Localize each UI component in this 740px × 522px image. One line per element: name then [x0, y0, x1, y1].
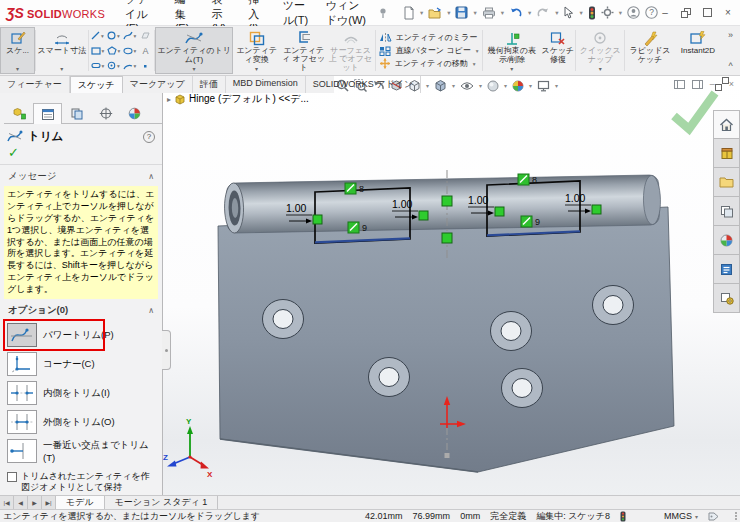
panel-splitter-handle[interactable] — [162, 330, 171, 370]
option-trim-away-outside[interactable]: 外側をトリム(O) — [7, 410, 155, 435]
tab-markup[interactable]: マークアップ — [123, 76, 193, 93]
trim-entities-button[interactable]: エンティティのトリム(T)▾ — [155, 27, 232, 74]
convert-entities-button[interactable]: エンティティ変換▾ — [233, 27, 281, 74]
help-icon[interactable]: ? — [644, 5, 659, 20]
sketch-relation-badge[interactable]: 8 — [345, 183, 364, 194]
option-corner[interactable]: コーナー(C) — [7, 352, 155, 377]
perimeter-circle-tool[interactable]: ▾ — [105, 58, 121, 73]
ribbon-collapse-chevron[interactable]: ^ — [728, 61, 732, 71]
sketch-relation-badge[interactable]: 9 — [348, 222, 367, 233]
unit-system-selector[interactable]: MMGS ▾ — [664, 511, 698, 521]
tab-scroll-last-button[interactable]: ▶| — [42, 496, 56, 509]
ok-check-button[interactable]: ✓ — [8, 145, 19, 160]
redo-icon[interactable] — [535, 6, 551, 20]
sketch-handle[interactable] — [419, 211, 428, 220]
polygon-tool[interactable]: ▾ — [105, 43, 121, 58]
custom-properties-tab[interactable] — [713, 255, 740, 284]
tab-features[interactable]: フィーチャー — [0, 76, 70, 93]
corner-rectangle-tool[interactable]: ▾ — [89, 43, 105, 58]
model-tab[interactable]: モデル — [56, 496, 105, 509]
trim-to-closest-icon[interactable] — [7, 439, 37, 463]
solidworks-forum-tab[interactable] — [713, 284, 740, 313]
appearances-scenes-tab[interactable] — [713, 226, 740, 255]
counterbore-hole[interactable] — [502, 369, 543, 408]
tab-scroll-next-button[interactable]: ▶ — [28, 496, 42, 509]
save-icon[interactable] — [454, 5, 469, 20]
offset-entities-button[interactable]: エンティティ オフセット — [281, 27, 327, 74]
option-power-trim[interactable]: パワートリム(P) — [7, 323, 155, 348]
quick-snaps-button[interactable]: クイックスナップ▾ — [576, 27, 624, 74]
tab-evaluate[interactable]: 評価 — [193, 76, 226, 93]
collapse-chevron-icon[interactable]: ∧ — [148, 306, 154, 315]
configuration-manager-tab[interactable] — [62, 103, 91, 124]
mirror-entities-button[interactable]: エンティティのミラー — [379, 32, 478, 43]
hide-show-items-icon[interactable] — [460, 81, 474, 91]
spline-tool[interactable]: ▾ — [121, 28, 137, 43]
display-manager-tab[interactable] — [120, 103, 149, 124]
ribbon-overflow-chevron[interactable]: » — [728, 30, 733, 40]
rebuild-traffic-light-icon[interactable] — [587, 5, 597, 21]
tab-solidworks-addins[interactable]: SOLIDWORKS アドイン — [306, 76, 421, 93]
undo-icon[interactable] — [508, 6, 524, 20]
circle-tool[interactable]: ▾ — [105, 28, 121, 43]
ellipse-tool[interactable]: ▾ — [121, 43, 137, 58]
sketch-handle[interactable] — [442, 196, 452, 206]
plane-tool[interactable] — [137, 28, 153, 43]
sketch-handle[interactable] — [592, 205, 601, 214]
tag-icon[interactable] — [708, 512, 719, 521]
motion-study-tab[interactable]: モーション スタディ 1 — [105, 496, 219, 509]
collapse-chevron-icon[interactable]: ∧ — [148, 172, 154, 181]
pane-right-icon[interactable] — [692, 80, 703, 89]
resize-grip[interactable] — [735, 512, 737, 520]
options-section-header[interactable]: オプション(0) ∧ — [0, 299, 162, 319]
offset-on-surface-button[interactable]: サーフェス上 でオフセット — [327, 27, 375, 74]
tree-expand-arrow-icon[interactable]: ▸ — [167, 95, 171, 104]
view-palette-tab[interactable] — [713, 197, 740, 226]
graphics-area[interactable]: 1.00 1.00 1.00 — [163, 76, 740, 495]
edit-appearance-icon[interactable] — [487, 80, 499, 92]
apply-scene-icon[interactable] — [512, 80, 524, 92]
display-style-icon[interactable] — [434, 79, 447, 92]
counterbore-hole[interactable] — [369, 358, 410, 397]
keep-trimmed-as-construction-checkbox[interactable]: トリムされたエンティティを作図ジオメトリとして保持 — [7, 471, 155, 493]
solidworks-resources-tab[interactable] — [713, 110, 740, 139]
tab-scroll-first-button[interactable]: |◀ — [0, 496, 14, 509]
smart-dimension-button[interactable]: スマート寸法▾ — [36, 27, 88, 74]
view-settings-icon[interactable] — [537, 80, 550, 92]
user-account-icon[interactable] — [626, 5, 641, 20]
tab-scroll-prev-button[interactable]: ◀ — [14, 496, 28, 509]
pane-left-icon[interactable] — [674, 80, 685, 89]
counterbore-hole[interactable] — [263, 300, 304, 339]
checkbox-icon[interactable] — [7, 472, 17, 482]
option-trim-to-closest[interactable]: 一番近い交点までトリム(T) — [7, 439, 155, 464]
new-document-icon[interactable] — [402, 5, 416, 21]
file-explorer-tab[interactable] — [713, 168, 740, 197]
restore-window-icon[interactable] — [680, 7, 692, 19]
linear-sketch-pattern-button[interactable]: 直線パターン コピー▾ — [379, 45, 478, 56]
point-tool[interactable] — [137, 58, 153, 73]
pin-menu-icon[interactable] — [378, 7, 388, 19]
open-document-icon[interactable] — [427, 6, 443, 20]
close-window-icon[interactable]: × — [722, 7, 734, 19]
sketch-button[interactable]: スケ...▾ — [0, 27, 35, 74]
tab-sketch[interactable]: スケッチ — [70, 76, 123, 93]
maximize-window-icon[interactable] — [701, 7, 713, 19]
display-delete-relations-button[interactable]: 幾何拘束の表示/削除▾ — [483, 27, 540, 74]
sketch-handle[interactable] — [442, 233, 452, 243]
hinge-plate-face[interactable] — [218, 207, 674, 472]
minimize-window-icon[interactable]: – — [659, 7, 671, 19]
corner-trim-icon[interactable] — [7, 352, 37, 376]
option-trim-away-inside[interactable]: 内側をトリム(I) — [7, 381, 155, 406]
sketch-relation-badge[interactable]: 9 — [521, 216, 540, 227]
power-trim-icon[interactable] — [7, 323, 37, 347]
counterbore-hole[interactable] — [593, 286, 634, 325]
trim-away-outside-icon[interactable] — [7, 410, 37, 434]
property-manager-tab[interactable] — [33, 103, 62, 124]
sketch-repair-button[interactable]: スケッチ 修復 — [540, 27, 575, 74]
select-cursor-icon[interactable] — [562, 5, 575, 20]
message-section-header[interactable]: メッセージ ∧ — [0, 165, 162, 185]
line-tool[interactable]: ▾ — [89, 28, 105, 43]
confirm-sketch-check[interactable] — [674, 93, 715, 129]
doc-close-icon[interactable]: × — [729, 79, 734, 89]
dimxpert-manager-tab[interactable] — [91, 103, 120, 124]
